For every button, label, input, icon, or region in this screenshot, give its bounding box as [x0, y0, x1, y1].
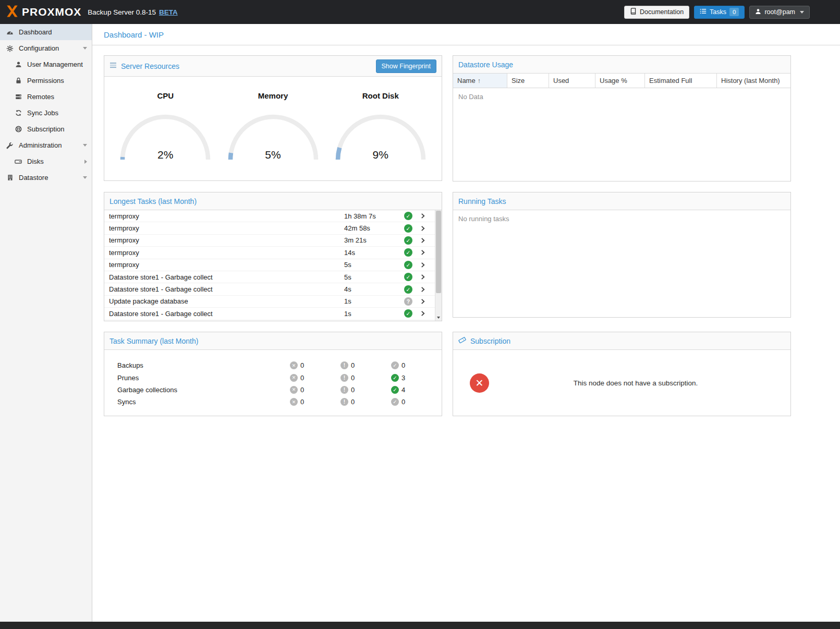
- topbar-actions: Documentation Tasks 0 root@pam: [624, 6, 810, 19]
- task-summary-row: Syncs 0 0 0: [104, 396, 442, 408]
- task-name: Datastore store1 - Garbage collect: [109, 310, 344, 318]
- chevron-right-icon[interactable]: [420, 286, 426, 293]
- task-duration: 4s: [344, 285, 404, 293]
- subscription-panel: Subscription This node does not have a s…: [453, 332, 791, 416]
- error-count: 0: [300, 398, 304, 406]
- scrollbar-track[interactable]: [435, 210, 442, 321]
- warning-count: 0: [351, 361, 355, 369]
- task-row[interactable]: Update package database 1s: [104, 296, 442, 308]
- sidebar-item-remotes[interactable]: Remotes: [0, 89, 92, 105]
- sidebar-item-dashboard[interactable]: Dashboard: [0, 24, 92, 40]
- sidebar-item-permissions[interactable]: Permissions: [0, 72, 92, 89]
- warning-circle-icon: [340, 361, 348, 369]
- task-name: Datastore store1 - Garbage collect: [109, 285, 344, 293]
- ok-circle-icon: [391, 361, 399, 369]
- sidebar-item-label: Datastore: [19, 174, 48, 182]
- column-header-history[interactable]: History (last Month): [717, 74, 790, 88]
- subscription-message: This node does not have a subscription.: [489, 379, 782, 387]
- sidebar-item-configuration[interactable]: Configuration: [0, 40, 92, 56]
- column-header-name[interactable]: Name: [453, 74, 507, 88]
- panel-title: Server Resources: [121, 62, 179, 70]
- task-status-icon: [404, 212, 412, 220]
- error-count: 0: [300, 361, 304, 369]
- chevron-right-icon[interactable]: [420, 213, 426, 219]
- task-row[interactable]: termproxy 14s: [104, 247, 442, 259]
- sidebar-item-label: Disks: [27, 158, 44, 165]
- column-header-used[interactable]: Used: [549, 74, 595, 88]
- gauge-value: 2%: [118, 149, 212, 161]
- scrollbar-thumb[interactable]: [436, 211, 441, 293]
- chevron-right-icon[interactable]: [420, 249, 426, 256]
- task-row[interactable]: Datastore store1 - Garbage collect 1s: [104, 308, 442, 320]
- task-duration: 1s: [344, 310, 404, 318]
- warning-count: 0: [351, 398, 355, 406]
- building-icon: [6, 174, 14, 181]
- sidebar-item-user-management[interactable]: User Management: [0, 56, 92, 72]
- chevron-right-icon[interactable]: [420, 237, 426, 244]
- sidebar-item-sync-jobs[interactable]: Sync Jobs: [0, 105, 92, 121]
- server-resources-panel: Server Resources Show Fingerprint CPU: [104, 55, 442, 181]
- task-status-icon: [404, 273, 412, 281]
- column-header-estimated-full[interactable]: Estimated Full: [645, 74, 717, 88]
- task-row[interactable]: termproxy 5s: [104, 259, 442, 271]
- ok-count: 0: [401, 398, 405, 406]
- tasks-count-badge: 0: [729, 8, 739, 16]
- tasks-button[interactable]: Tasks 0: [694, 6, 745, 19]
- chevron-right-icon[interactable]: [420, 262, 426, 268]
- sidebar-item-disks[interactable]: Disks: [0, 153, 92, 170]
- column-label: History (last Month): [721, 77, 780, 84]
- wrench-icon: [6, 142, 14, 149]
- scrollbar-down-button[interactable]: [435, 314, 442, 321]
- documentation-button[interactable]: Documentation: [624, 6, 689, 19]
- chevron-right-icon[interactable]: [420, 298, 426, 305]
- error-circle-icon: [290, 361, 298, 369]
- column-header-size[interactable]: Size: [507, 74, 549, 88]
- ticket-icon: [458, 336, 466, 345]
- running-tasks-header: Running Tasks: [453, 192, 790, 210]
- ok-count: 3: [401, 374, 405, 382]
- gauge-label: Memory: [224, 91, 323, 100]
- column-header-usage-pct[interactable]: Usage %: [595, 74, 645, 88]
- task-row[interactable]: Datastore store1 - Garbage collect 4s: [104, 283, 442, 295]
- task-summary-panel: Task Summary (last Month) Backups 0 0 0 …: [104, 332, 442, 416]
- task-duration: 42m 58s: [344, 224, 404, 232]
- task-status-icon: [404, 297, 412, 306]
- task-row[interactable]: Datastore store1 - Garbage collect 5s: [104, 271, 442, 283]
- life-ring-icon: [14, 126, 22, 132]
- sidebar-item-datastore[interactable]: Datastore: [0, 170, 92, 186]
- panel-title: Subscription: [470, 337, 510, 345]
- proxmox-logo[interactable]: PROXMOX: [5, 5, 81, 19]
- server-resources-header: Server Resources Show Fingerprint: [104, 56, 442, 77]
- sort-asc-icon: [478, 77, 481, 84]
- show-fingerprint-button[interactable]: Show Fingerprint: [376, 59, 437, 73]
- topbar: PROXMOX Backup Server 0.8-15 BETA Docume…: [0, 0, 840, 24]
- task-duration: 1h 38m 7s: [344, 212, 404, 220]
- longest-tasks-panel: Longest Tasks (last Month) termproxy 1h …: [104, 192, 442, 321]
- ok-circle-icon: [391, 374, 399, 382]
- task-row[interactable]: termproxy 1h 38m 7s: [104, 210, 442, 222]
- user-menu-button[interactable]: root@pam: [749, 6, 810, 19]
- chevron-right-icon[interactable]: [420, 310, 426, 317]
- page-title: Dashboard - WIP: [92, 24, 840, 45]
- sidebar-item-subscription[interactable]: Subscription: [0, 121, 92, 137]
- chevron-right-icon[interactable]: [420, 274, 426, 280]
- task-row[interactable]: termproxy 42m 58s: [104, 222, 442, 234]
- task-name: termproxy: [109, 249, 344, 257]
- cpu-gauge: CPU 2%: [116, 91, 215, 162]
- error-circle-icon: [290, 386, 298, 394]
- task-summary-body: Backups 0 0 0 Prunes 0 0 3 Garbage c: [104, 350, 442, 416]
- tasks-label: Tasks: [710, 8, 726, 16]
- datastore-usage-panel: Datastore Usage Name Size Used Usage % E…: [453, 55, 791, 182]
- task-status-icon: [404, 224, 412, 233]
- user-menu-label: root@pam: [764, 8, 795, 16]
- sidebar-item-label: Dashboard: [19, 28, 52, 36]
- task-row[interactable]: termproxy 3m 21s: [104, 235, 442, 247]
- longest-tasks-list: termproxy 1h 38m 7s termproxy 42m 58s: [104, 210, 442, 321]
- caret-down-icon: [83, 144, 87, 147]
- sidebar-item-administration[interactable]: Administration: [0, 137, 92, 153]
- gauge-value: 9%: [334, 149, 428, 161]
- summary-label: Backups: [117, 361, 290, 369]
- user-icon: [755, 8, 761, 16]
- chevron-right-icon[interactable]: [420, 225, 426, 232]
- beta-link[interactable]: BETA: [159, 8, 178, 16]
